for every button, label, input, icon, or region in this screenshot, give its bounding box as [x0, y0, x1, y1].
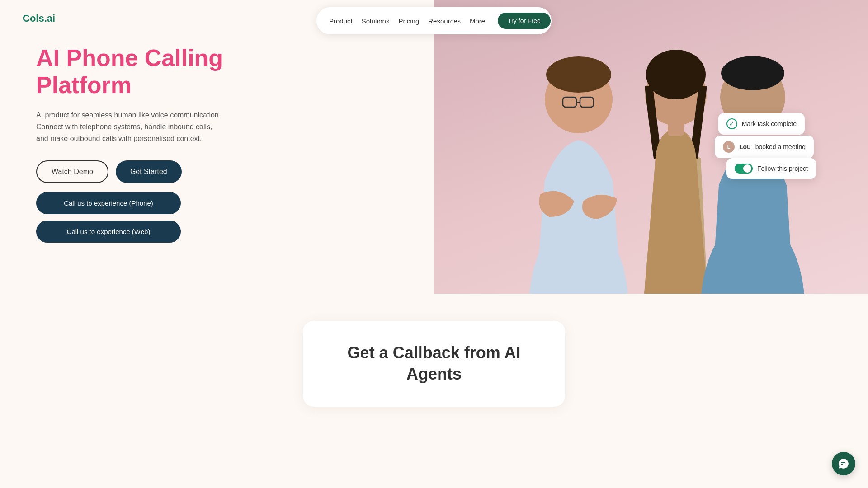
nav-solutions[interactable]: Solutions [362, 17, 390, 25]
hero-description: AI product for seamless human like voice… [36, 109, 226, 144]
nav-pricing[interactable]: Pricing [398, 17, 419, 25]
call-web-button[interactable]: Call us to experience (Web) [36, 221, 181, 243]
follow-project-card[interactable]: Follow this project [726, 158, 816, 179]
svg-point-11 [721, 56, 784, 90]
hero-call-buttons: Call us to experience (Phone) Call us to… [36, 192, 398, 249]
hero-section: AI Phone Calling Platform AI product for… [0, 0, 868, 294]
watch-demo-button[interactable]: Watch Demo [36, 160, 108, 183]
follow-toggle[interactable] [735, 164, 753, 174]
hero-title-line2: Platform [36, 72, 132, 98]
hero-title: AI Phone Calling Platform [36, 45, 398, 99]
svg-rect-8 [668, 122, 684, 136]
bottom-section: Get a Callback from AI Agents [0, 294, 868, 434]
logo-text: Cols.ai [23, 13, 55, 24]
logo[interactable]: Cols.ai [23, 13, 55, 24]
hero-primary-buttons: Watch Demo Get Started [36, 160, 398, 183]
navbar: Product Solutions Pricing Resources More… [316, 7, 552, 34]
nav-product[interactable]: Product [329, 17, 353, 25]
call-phone-button[interactable]: Call us to experience (Phone) [36, 192, 181, 214]
callback-card: Get a Callback from AI Agents [303, 321, 565, 407]
nav-resources[interactable]: Resources [428, 17, 461, 25]
svg-point-7 [646, 50, 706, 99]
toggle-knob [743, 164, 751, 173]
check-circle-icon: ✓ [726, 118, 737, 129]
mark-task-label: Mark task complete [742, 120, 797, 127]
lou-meeting-card: L Lou booked a meeting [715, 136, 814, 158]
get-started-button[interactable]: Get Started [116, 160, 182, 183]
nav-links: Product Solutions Pricing Resources More [329, 17, 485, 25]
try-free-button[interactable]: Try for Free [498, 13, 551, 29]
hero-right: ✓ Mark task complete L Lou booked a meet… [434, 0, 868, 294]
lou-name: Lou [739, 143, 751, 150]
callback-title-line2: Agents [406, 365, 462, 383]
hero-title-line1: AI Phone Calling [36, 45, 223, 71]
lou-action: booked a meeting [755, 143, 806, 150]
hero-left: AI Phone Calling Platform AI product for… [0, 0, 434, 294]
callback-title-line1: Get a Callback from AI [348, 343, 521, 362]
nav-more[interactable]: More [470, 17, 485, 25]
callback-title: Get a Callback from AI Agents [339, 343, 529, 385]
follow-project-label: Follow this project [757, 165, 808, 172]
mark-task-card[interactable]: ✓ Mark task complete [718, 113, 805, 135]
svg-point-2 [546, 56, 611, 93]
lou-avatar: L [723, 141, 735, 153]
